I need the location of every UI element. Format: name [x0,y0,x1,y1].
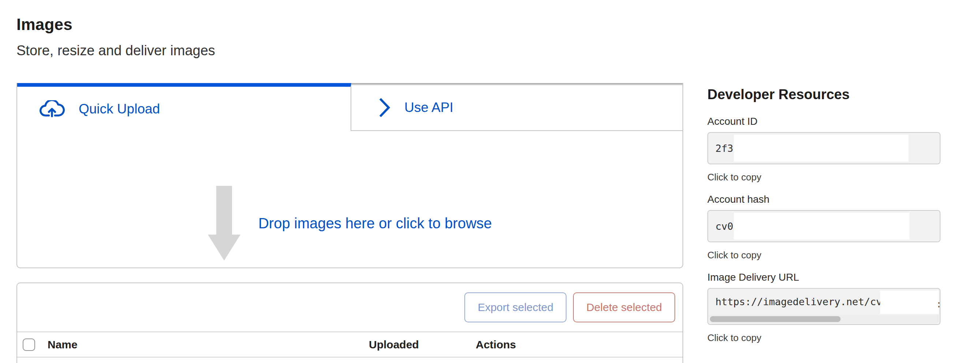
table-header-row: Name Uploaded Actions [17,332,682,358]
horizontal-scrollbar [709,315,939,323]
dropzone-label: Drop images here or click to browse [258,215,492,232]
redaction-overlay [734,213,909,240]
images-page: Images Store, resize and deliver images … [0,0,980,363]
tab-use-api[interactable]: Use API [351,83,682,131]
horizontal-scrollbar-thumb[interactable] [710,316,841,322]
account-id-label: Account ID [707,116,940,127]
dropzone[interactable]: Drop images here or click to browse [17,131,682,268]
click-to-copy-hint: Click to copy [707,332,940,343]
redaction-overlay [880,291,939,314]
account-id-field: Account ID 2f3d Click to copy [707,116,940,183]
image-delivery-url-value-box[interactable]: https://imagedelivery.net/cv0JSj : [707,288,940,325]
chevron-right-icon [379,97,390,118]
delete-selected-button[interactable]: Delete selected [573,292,675,322]
upload-card: Quick Upload Use API Drop images here or… [16,83,683,268]
column-header-uploaded: Uploaded [369,339,476,351]
column-header-name: Name [48,339,369,351]
tab-quick-upload-label: Quick Upload [79,101,160,117]
account-id-value-box[interactable]: 2f3d [707,132,940,164]
redaction-overlay [734,135,908,162]
image-list-card: Export selected Delete selected Name Upl… [16,282,683,363]
page-subtitle: Store, resize and deliver images [16,43,215,59]
tab-use-api-label: Use API [404,100,453,115]
image-delivery-url-field: Image Delivery URL https://imagedelivery… [707,272,940,343]
page-title: Images [16,15,72,33]
column-header-actions: Actions [476,339,682,351]
image-delivery-url-label: Image Delivery URL [707,272,940,283]
select-all-checkbox[interactable] [23,339,35,351]
export-selected-button[interactable]: Export selected [465,292,566,322]
redacted-character-fragment: : [936,298,939,310]
account-hash-value-box[interactable]: cv0J [707,210,940,242]
click-to-copy-hint: Click to copy [707,172,940,183]
cloud-upload-icon [39,100,65,118]
developer-resources-title: Developer Resources [707,86,940,102]
account-hash-label: Account hash [707,194,940,205]
arrow-down-icon [208,186,241,261]
image-delivery-url-value: https://imagedelivery.net/cv0JSj [716,296,906,307]
developer-resources-panel: Developer Resources Account ID 2f3d Clic… [707,86,940,354]
tab-quick-upload[interactable]: Quick Upload [17,83,351,131]
upload-tab-bar: Quick Upload Use API [17,83,682,131]
click-to-copy-hint: Click to copy [707,250,940,261]
account-hash-field: Account hash cv0J Click to copy [707,194,940,261]
list-toolbar: Export selected Delete selected [17,283,682,332]
